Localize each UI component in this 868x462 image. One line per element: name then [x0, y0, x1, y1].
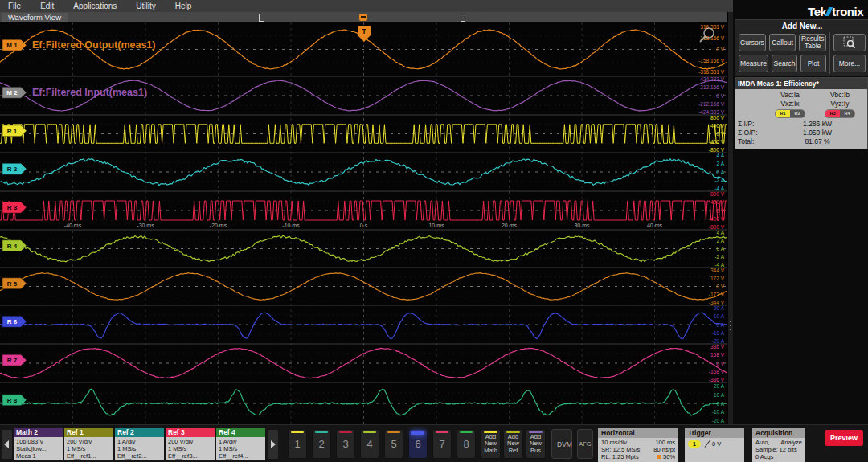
sample-interval: 80 ns/pt	[653, 446, 675, 453]
measure-button[interactable]: Measure	[739, 55, 768, 72]
scale-label-R1: 400 V	[710, 123, 725, 129]
scale-label-R6: -10 A	[712, 330, 725, 336]
scale-label-R1: -400 V	[709, 139, 725, 145]
button-color-strip	[506, 431, 520, 433]
oscilloscope-app: FileEditApplicationsUtilityHelp Waveform…	[0, 0, 868, 462]
channel-color-strip	[315, 431, 328, 433]
scrollbar-grip-icon[interactable]	[730, 321, 731, 322]
channel-button-5[interactable]: 5	[384, 429, 403, 459]
tab-bar: Waveform View	[0, 12, 727, 22]
zoom-bracket-left[interactable]	[259, 14, 264, 22]
acquisition-settings[interactable]: Acquisition Auto, Analyze Sample: 12 bit…	[752, 428, 805, 462]
results-source-badges: R3R4	[815, 108, 865, 119]
cursors-button[interactable]: Cursors	[739, 34, 766, 51]
scale-label-R7: 336 V	[710, 344, 725, 350]
waveform-badge-ref-4[interactable]: Ref 41 A/div1 MS/sEff__ref4...	[216, 428, 265, 460]
channel-button-4[interactable]: 4	[360, 429, 379, 459]
badge-title: Ref 4	[216, 428, 265, 437]
channel-button-6[interactable]: 6	[408, 429, 428, 459]
badge-label: R 3	[7, 204, 18, 211]
badge-line: 1 A/div	[117, 438, 162, 445]
scale-label-R3: 800 V	[710, 191, 725, 197]
waveform-badge-ref-1[interactable]: Ref 1200 V/div1 MS/sEff__ref1...	[64, 428, 113, 460]
badge-details: 1 A/div1 MS/sEff__ref2...	[115, 437, 164, 460]
zoom-overview-button[interactable]	[833, 34, 866, 51]
results-table-button[interactable]: Results Table	[799, 34, 826, 51]
plot-button[interactable]: Plot	[800, 55, 826, 72]
channel-button-7[interactable]: 7	[432, 429, 452, 459]
waveform-badge-ref-2[interactable]: Ref 21 A/div1 MS/sEff__ref2...	[115, 428, 164, 460]
waveform-badge-ref-3[interactable]: Ref 3200 V/div1 MS/sEff__ref3...	[166, 428, 215, 460]
scale-label-R7: 168 V	[710, 352, 725, 358]
waveform-badge-math-2[interactable]: Math 2106.083 VStatic|low...Meas 1	[14, 428, 63, 460]
scale-label-R4: -2 A	[714, 254, 724, 260]
scale-label-R3: -400 V	[709, 216, 725, 222]
time-axis-label: 10 ms	[428, 223, 444, 228]
badge-title: Ref 2	[115, 428, 164, 437]
add-button-label: AddNewMath	[484, 434, 497, 455]
right-panel: Tek tronix Add New... CursorsCalloutResu…	[733, 0, 868, 424]
scale-label-R8: 10 A	[714, 392, 725, 398]
preview-button[interactable]: Preview	[825, 430, 863, 446]
trigger-source-badge[interactable]: 1	[688, 440, 701, 448]
menu-item-help[interactable]: Help	[175, 2, 192, 10]
results-row-value: 1.286 kW	[770, 120, 865, 128]
results-spacer	[738, 91, 765, 99]
add-new-math-button[interactable]: AddNewMath	[481, 429, 501, 459]
ref-badge-r1: R1	[776, 110, 790, 117]
waveform-graticule[interactable]: 316.331 V158.166 V0 V-158.166 V-316.331 …	[0, 22, 727, 424]
plot-scrollbar[interactable]	[727, 12, 733, 424]
results-body: Vac:IaVbc:IbVxz:IxVyz:IyR1R2R3R4 Σ I/P:1…	[735, 89, 867, 149]
channel-button-1[interactable]: 1	[288, 429, 307, 459]
trigger-level: 0 V	[712, 440, 721, 448]
waveform-badge-strip: Math 2106.083 VStatic|low...Meas 1Ref 12…	[14, 428, 265, 460]
scale-label-R7: -168 V	[709, 369, 725, 374]
scale-label-R4: 0 A	[717, 246, 725, 251]
menu-item-file[interactable]: File	[8, 2, 21, 10]
results-row: Σ I/P:1.286 kW	[738, 120, 865, 128]
zoom-bracket-right[interactable]	[461, 14, 465, 22]
channel-button-8[interactable]: 8	[457, 429, 476, 459]
results-row: Σ O/P:1.050 kW	[738, 129, 865, 137]
horizontal-settings[interactable]: Horizontal 10 ms/div 100 ms SR: 12.5 MS/…	[598, 428, 678, 462]
scale-label-M1: -158.166 V	[698, 58, 724, 63]
acquisition-mode: Auto,	[755, 439, 770, 446]
more-button[interactable]: More...	[833, 55, 866, 72]
search-button[interactable]: Search	[772, 55, 797, 72]
add-new-ref-button[interactable]: AddNewRef	[503, 429, 523, 459]
time-axis-label: -20 ms	[210, 223, 227, 228]
scale-label-R5: 172 V	[710, 276, 725, 281]
results-row-label: Total:	[738, 137, 770, 145]
dvm-button[interactable]: DVM	[551, 429, 572, 459]
menu-item-utility[interactable]: Utility	[136, 2, 155, 10]
scroll-right-button[interactable]	[268, 430, 278, 459]
badge-details: 1 A/div1 MS/sEff__ref4...	[216, 437, 265, 460]
horizontal-position-bar[interactable]	[183, 18, 482, 18]
scroll-left-button[interactable]	[2, 430, 12, 459]
scale-label-R3: -800 V	[709, 224, 725, 230]
afg-button[interactable]: AFG	[577, 429, 593, 459]
results-row-value: 81.67 %	[770, 137, 865, 145]
channel-button-3[interactable]: 3	[336, 429, 355, 459]
magnifier-icon	[843, 36, 856, 49]
tab-waveform-view[interactable]: Waveform View	[2, 13, 68, 22]
button-color-strip	[529, 431, 542, 433]
channel-button-2[interactable]: 2	[312, 429, 331, 459]
horizontal-scale: 10 ms/div	[601, 439, 627, 446]
ref-pair-badge: R3R4	[825, 109, 855, 118]
scale-label-R7: 0 V	[716, 361, 724, 366]
menu-item-applications[interactable]: Applications	[73, 2, 117, 10]
menu-item-edit[interactable]: Edit	[40, 2, 54, 10]
ref-badge-r3: R3	[825, 110, 840, 117]
scale-label-R1: 0 V	[716, 131, 724, 137]
trigger-marker-label: T	[362, 27, 366, 35]
time-axis-label: -40 ms	[64, 223, 82, 228]
trigger-settings[interactable]: Trigger 1 0 V	[685, 428, 744, 462]
scale-label-R8: -10 A	[712, 409, 725, 415]
results-badge-panel[interactable]: IMDA Meas 1: Efficiency* Vac:IaVbc:IbVxz…	[735, 77, 868, 149]
add-new-bus-button[interactable]: AddNewBus	[526, 429, 546, 459]
ref-badge-r2: R2	[790, 110, 805, 117]
callout-button[interactable]: Callout	[769, 34, 796, 51]
trigger-position-marker[interactable]	[359, 14, 367, 21]
scale-label-R2: 2 A	[717, 161, 725, 166]
